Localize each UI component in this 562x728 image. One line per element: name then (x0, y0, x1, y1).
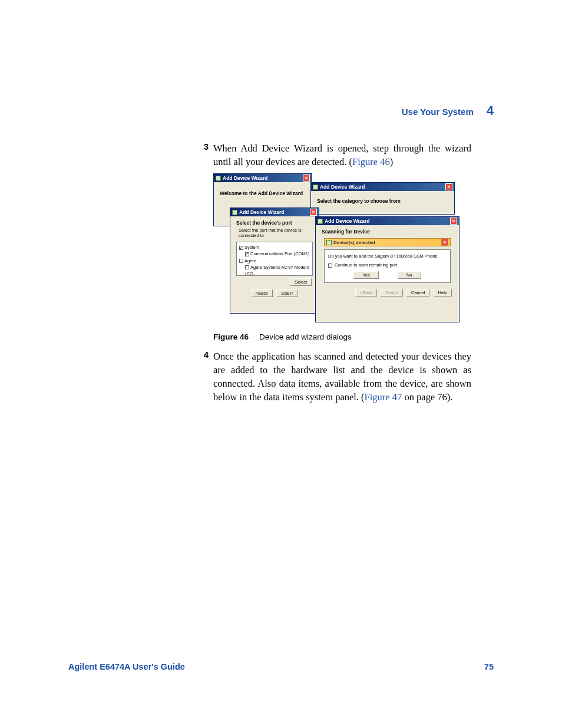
close-icon[interactable]: × (441, 239, 448, 246)
checkbox-icon[interactable] (239, 246, 243, 250)
port-tree[interactable]: System Communications Port (COM1) Agere … (236, 242, 313, 276)
detected-popup: Device(s) detected × Do you want to add … (324, 238, 451, 283)
cancel-button[interactable]: Cancel (406, 289, 429, 297)
step-number: 4 (200, 350, 213, 404)
wizard-icon (216, 176, 221, 181)
page-number: 75 (484, 662, 494, 671)
dialog-heading: Welcome to the Add Device Wizard (220, 190, 306, 196)
wizard-icon (313, 185, 318, 190)
dialog-scanning: Add Device Wizard × Scanning for Device … (315, 216, 459, 322)
help-button[interactable]: Help (434, 289, 452, 297)
figure-caption-text: Device add wizard dialogs (259, 332, 352, 341)
guide-title: Agilent E6474A User's Guide (68, 662, 185, 671)
step-4: 4 Once the application has scanned and d… (200, 350, 471, 404)
step-number: 3 (200, 141, 213, 169)
titlebar: Add Device Wizard × (311, 183, 454, 191)
section-title: Use Your System (402, 107, 474, 117)
back-button[interactable]: <Back (251, 289, 273, 297)
popup-text: Do you want to add the Sagem OT160/260 G… (328, 253, 447, 259)
wizard-icon (318, 219, 323, 224)
close-icon[interactable]: × (450, 218, 457, 225)
page-footer: Agilent E6474A User's Guide 75 (68, 662, 494, 671)
dialog-port: Add Device Wizard × Select the device's … (230, 207, 319, 314)
figure-xref[interactable]: Figure 46 (352, 156, 390, 167)
titlebar-text: Add Device Wizard (239, 208, 310, 216)
figure-caption: Figure 46Device add wizard dialogs (213, 332, 471, 341)
titlebar: Add Device Wizard × (316, 217, 459, 225)
figure-xref[interactable]: Figure 47 (365, 391, 402, 403)
checkbox-icon[interactable] (245, 265, 249, 269)
dialog-heading: Select the category to choose from (317, 198, 448, 204)
yes-button[interactable]: Yes (353, 271, 378, 279)
titlebar-text: Add Device Wizard (223, 174, 303, 182)
step-text: When Add Device Wizard is opened, step t… (213, 141, 471, 169)
figure-label: Figure 46 (213, 332, 249, 341)
wizard-icon (232, 210, 237, 215)
page-header: Use Your System 4 (402, 103, 494, 118)
dialog-subtext: Select the port that the device is conne… (239, 228, 313, 238)
figure-46-image: Add Device Wizard × Welcome to the Add D… (213, 173, 461, 327)
checkbox-icon[interactable] (239, 259, 243, 263)
chapter-number: 4 (487, 103, 494, 118)
wizard-icon (326, 240, 332, 245)
scan-button[interactable]: Scan> (276, 289, 298, 297)
scan-button[interactable]: Scan> (381, 289, 402, 297)
main-content: 3 When Add Device Wizard is opened, step… (200, 141, 471, 408)
titlebar-text: Add Device Wizard (320, 183, 445, 191)
close-icon[interactable]: × (445, 183, 452, 190)
dialog-category: Add Device Wizard × Select the category … (310, 182, 455, 215)
back-button[interactable]: <Back (355, 289, 377, 297)
select-button[interactable]: Select (290, 278, 312, 286)
titlebar: Add Device Wizard × (230, 208, 319, 216)
step-text: Once the application has scanned and det… (213, 350, 471, 404)
popup-title: Device(s) detected (333, 240, 441, 245)
dialog-heading: Scanning for Device (322, 229, 453, 235)
dialog-heading: Select the device's port (236, 220, 313, 226)
checkbox-icon[interactable] (328, 263, 332, 268)
no-button[interactable]: No (398, 271, 421, 279)
titlebar-text: Add Device Wizard (325, 217, 450, 225)
close-icon[interactable]: × (310, 209, 317, 216)
step-3: 3 When Add Device Wizard is opened, step… (200, 141, 471, 169)
titlebar: Add Device Wizard × (214, 174, 312, 182)
checkbox-icon[interactable] (245, 252, 249, 256)
close-icon[interactable]: × (303, 174, 310, 182)
